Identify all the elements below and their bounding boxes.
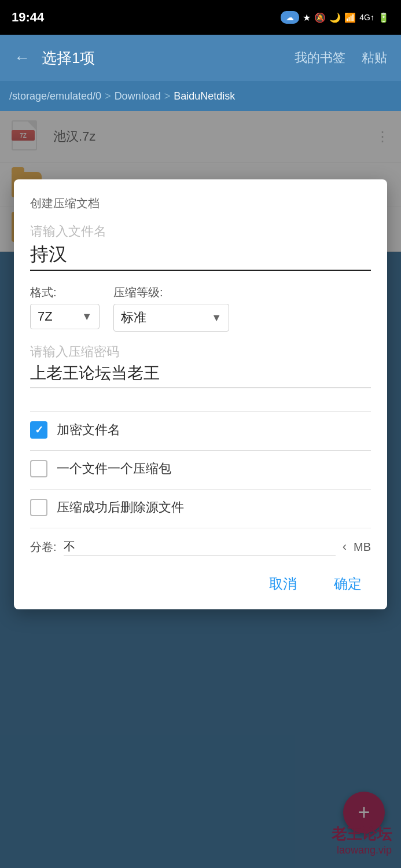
breadcrumb-sep2: > — [164, 90, 171, 102]
checkbox-label-0: 加密文件名 — [57, 421, 120, 439]
nav-title: 选择1项 — [42, 48, 283, 68]
wifi-icon: 📶 — [344, 12, 356, 23]
status-icons: ☁ ★ 🔕 🌙 📶 4G↑ 🔋 — [281, 11, 389, 24]
format-value: 7Z — [38, 309, 77, 324]
divider-2 — [30, 450, 371, 451]
dialog-actions: 取消 确定 — [30, 570, 371, 598]
format-compression-row: 格式: 7Z ▼ 压缩等级: 标准 ▼ — [30, 285, 371, 332]
dialog-title: 创建压缩文档 — [30, 196, 371, 211]
nav-bar: ← 选择1项 我的书签 粘贴 — [0, 35, 401, 81]
divider-3 — [30, 489, 371, 490]
cancel-button[interactable]: 取消 — [260, 570, 306, 598]
compression-select[interactable]: 标准 ▼ — [113, 304, 229, 332]
format-label: 格式: — [30, 285, 100, 300]
divider-1 — [30, 411, 371, 412]
password-placeholder: 请输入压缩密码 — [30, 343, 371, 361]
checkbox-row-2[interactable]: 压缩成功后删除源文件 — [30, 499, 371, 516]
breadcrumb-current[interactable]: BaiduNetdisk — [174, 90, 235, 102]
checkbox-row-0[interactable]: ✓ 加密文件名 — [30, 421, 371, 439]
status-bar: 19:44 ☁ ★ 🔕 🌙 📶 4G↑ 🔋 — [0, 0, 401, 35]
breadcrumb-sep1: > — [105, 90, 111, 102]
create-archive-dialog: 创建压缩文档 请输入文件名 格式: 7Z ▼ 压缩等级: 标准 ▼ 请输入压缩密… — [14, 179, 387, 609]
compression-group: 压缩等级: 标准 ▼ — [113, 285, 229, 332]
checkmark-icon: ✓ — [35, 424, 43, 436]
filename-placeholder: 请输入文件名 — [30, 223, 371, 240]
checkbox-label-1: 一个文件一个压缩包 — [57, 460, 171, 477]
password-input[interactable] — [30, 364, 371, 388]
split-input[interactable] — [64, 538, 336, 556]
status-time: 19:44 — [12, 10, 44, 25]
format-group: 格式: 7Z ▼ — [30, 285, 100, 329]
confirm-button[interactable]: 确定 — [325, 570, 371, 598]
divider-4 — [30, 528, 371, 528]
checkbox-label-2: 压缩成功后删除源文件 — [57, 499, 184, 516]
split-unit: MB — [354, 540, 371, 554]
split-volume-row: 分卷: ‹ MB — [30, 538, 371, 556]
split-label: 分卷: — [30, 539, 57, 555]
checkbox-encrypt-filename[interactable]: ✓ — [30, 421, 47, 439]
breadcrumb-bar: /storage/emulated/0 > Download > BaiduNe… — [0, 81, 401, 111]
cloud-icon: ☁ — [281, 11, 299, 24]
breadcrumb-root[interactable]: /storage/emulated/0 — [9, 90, 101, 102]
breadcrumb-download[interactable]: Download — [115, 90, 161, 102]
filename-input[interactable] — [30, 244, 371, 271]
split-arrow-icon[interactable]: ‹ — [343, 539, 347, 554]
moon-icon: 🌙 — [329, 12, 341, 23]
format-select[interactable]: 7Z ▼ — [30, 304, 100, 329]
mute-icon: 🔕 — [314, 12, 326, 23]
checkbox-row-1[interactable]: 一个文件一个压缩包 — [30, 460, 371, 477]
paste-button[interactable]: 粘贴 — [357, 45, 392, 71]
bookmark-button[interactable]: 我的书签 — [290, 45, 350, 71]
checkbox-one-per-file[interactable] — [30, 460, 47, 477]
bluetooth-icon: ★ — [303, 12, 311, 23]
checkbox-delete-source[interactable] — [30, 499, 47, 516]
back-button[interactable]: ← — [9, 44, 35, 72]
compression-label: 压缩等级: — [113, 285, 229, 300]
format-arrow-icon: ▼ — [82, 311, 92, 323]
signal-icon: 4G↑ — [359, 13, 374, 22]
compression-value: 标准 — [121, 309, 207, 326]
battery-icon: 🔋 — [378, 12, 389, 23]
compression-arrow-icon: ▼ — [211, 312, 222, 324]
